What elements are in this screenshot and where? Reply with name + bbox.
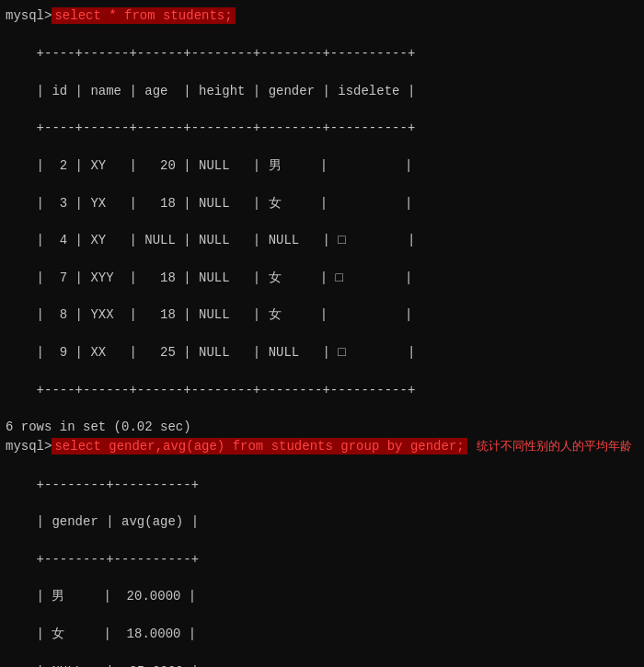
table-students-line-8: | 9 | XX | 25 | NULL | NULL | □ | — [37, 345, 416, 360]
table-avg-line-4: | 女 | 18.0000 | — [37, 627, 197, 641]
command-2: select gender,avg(age) from students gro… — [52, 438, 466, 454]
table-students-line-9: +----+------+------+--------+--------+--… — [37, 383, 416, 397]
table-students-line-2: +----+------+------+--------+--------+--… — [37, 121, 416, 135]
table-avg-line-5: | NULL | 25.0000 | — [37, 664, 199, 668]
table-students: +----+------+------+--------+--------+--… — [6, 26, 638, 418]
table-students-line-1: | id | name | age | height | gender | is… — [37, 84, 416, 98]
terminal-window: mysql> select * from students; +----+---… — [0, 0, 644, 667]
result-1: 6 rows in set (0.02 sec) — [6, 420, 638, 434]
mysql-prompt-2: mysql> — [6, 439, 52, 454]
prompt-line-2: mysql> select gender,avg(age) from stude… — [6, 438, 638, 454]
table-students-line-3: | 2 | XY | 20 | NULL | 男 | | — [37, 158, 413, 173]
command-1: select * from students; — [52, 7, 235, 24]
table-students-line-0: +----+------+------+--------+--------+--… — [37, 46, 416, 61]
table-students-line-7: | 8 | YXX | 18 | NULL | 女 | | — [37, 307, 413, 322]
table-avg-line-2: +--------+----------+ — [37, 552, 199, 567]
table-avg-line-0: +--------+----------+ — [37, 477, 199, 492]
mysql-prompt-1: mysql> — [6, 8, 52, 23]
table-avg-line-1: | gender | avg(age) | — [37, 514, 199, 529]
table-students-line-4: | 3 | YX | 18 | NULL | 女 | | — [37, 196, 413, 211]
table-avg-line-3: | 男 | 20.0000 | — [37, 589, 197, 604]
prompt-line-1: mysql> select * from students; — [6, 7, 638, 24]
annotation-1: 统计不同性别的人的平均年龄 — [477, 438, 632, 454]
table-students-line-6: | 7 | XYY | 18 | NULL | 女 | □ | — [37, 270, 413, 285]
table-avg: +--------+----------+ | gender | avg(age… — [6, 456, 638, 667]
table-students-line-5: | 4 | XY | NULL | NULL | NULL | □ | — [37, 233, 416, 247]
